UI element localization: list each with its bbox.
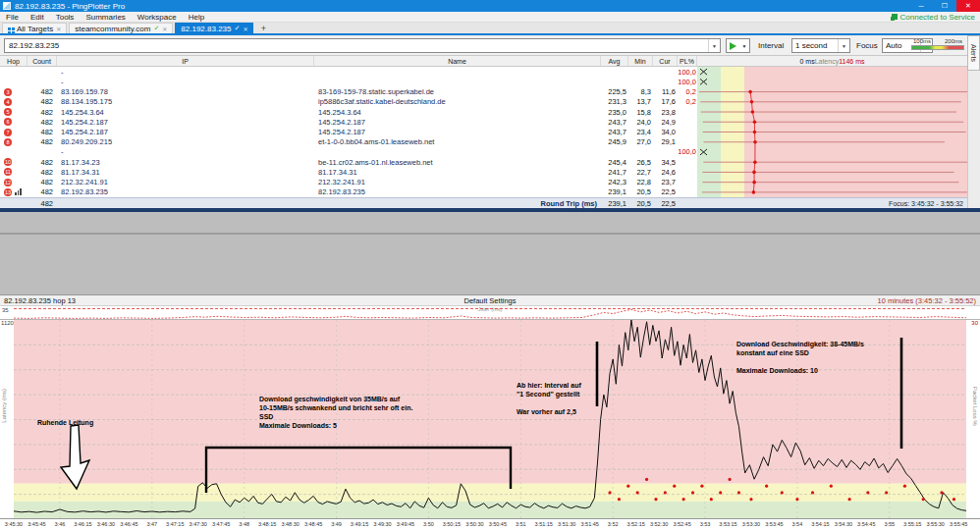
header-cur[interactable]: Cur <box>653 56 678 66</box>
close-button[interactable]: ✕ <box>956 0 980 12</box>
menu-file[interactable]: File <box>0 13 25 22</box>
hop-ip: 145.254.3.64 <box>57 108 314 117</box>
tab-check-icon: ✓ <box>235 25 241 32</box>
hop-ip: - <box>57 147 314 156</box>
alerts-rail: Alerts <box>967 35 980 208</box>
connection-status-label: Connected to Service <box>900 13 976 22</box>
time-tick: 3:50 <box>423 521 434 527</box>
hop-cell: 10 <box>0 157 27 167</box>
chevron-down-icon[interactable]: ▼ <box>838 39 849 52</box>
tab-all-targets[interactable]: All Targets✕ <box>2 23 67 33</box>
hop-ip: 88.134.195.175 <box>57 97 314 106</box>
header-name[interactable]: Name <box>314 56 601 66</box>
timegraph-plot[interactable] <box>14 320 966 519</box>
hop-min: 15,8 <box>628 108 653 117</box>
tab-label: All Targets <box>17 25 53 33</box>
hop-alert-badge: 11 <box>4 168 12 176</box>
time-tick: 3:49:30 <box>373 521 391 527</box>
hop-cell <box>0 77 27 86</box>
tab-close-icon[interactable]: ✕ <box>162 26 167 32</box>
header-hop[interactable]: Hop <box>0 56 27 66</box>
latency-timegraph[interactable]: 1120 Latency (ms) 30 Packet Loss % Ruhen… <box>0 319 980 518</box>
minimize-button[interactable]: ─ <box>909 0 933 12</box>
time-tick: 3:54:30 <box>835 521 852 527</box>
start-trace-dropdown[interactable]: ▼ <box>739 38 750 53</box>
hop-min: 22,8 <box>628 178 653 186</box>
menu-tools[interactable]: Tools <box>50 13 81 22</box>
header-pl[interactable]: PL% <box>678 56 697 66</box>
timegraph-target-label[interactable]: 82.192.83.235 hop 13 <box>0 296 76 305</box>
menu-help[interactable]: Help <box>183 13 210 22</box>
chevron-down-icon[interactable]: ▼ <box>708 39 720 52</box>
hop-avg: 242,3 <box>601 178 628 186</box>
menubar: FileEditToolsSummariesWorkspaceHelp Conn… <box>0 12 980 23</box>
header-ip[interactable]: IP <box>57 56 314 66</box>
hop-cur: 34,5 <box>653 158 678 167</box>
time-tick: 3:55:30 <box>927 521 945 527</box>
time-tick: 3:54 <box>792 521 803 527</box>
hop-min: 26,5 <box>628 158 653 167</box>
menu-summaries[interactable]: Summaries <box>80 13 131 22</box>
time-tick: 3:51:45 <box>581 521 599 527</box>
hop-name: ip5886c3af.static.kabel-deutschland.de <box>314 97 601 106</box>
legend-200ms: 200ms <box>945 38 962 44</box>
new-tab-button[interactable]: + <box>256 23 270 33</box>
tab-steamcommunity-com[interactable]: steamcommunity.com✓✕ <box>69 23 173 33</box>
time-tick: 3:54:45 <box>857 521 875 527</box>
latency-axis-label: Latency (ms) <box>1 389 7 423</box>
maximize-button[interactable]: ☐ <box>933 0 956 12</box>
hop-count: 482 <box>27 168 57 177</box>
hop-count: 482 <box>27 118 57 127</box>
hop-count: 482 <box>27 187 57 196</box>
hop-ip: 145.254.2.187 <box>57 118 314 127</box>
hop-cell <box>0 147 27 157</box>
interval-select[interactable]: 1 second ▼ <box>791 38 850 53</box>
target-input[interactable]: 82.192.83.235 ▼ <box>4 38 721 53</box>
timegraph-range-label[interactable]: 10 minutes (3:45:32 - 3:55:52) <box>878 296 980 305</box>
time-tick: 3:51 <box>516 521 526 527</box>
time-tick: 3:46:15 <box>74 521 91 527</box>
start-trace-button[interactable] <box>726 38 740 53</box>
tab-82-192-83-235[interactable]: 82.192.83.235✓✕ <box>175 23 253 33</box>
hop-cell: 7 <box>0 127 27 136</box>
hop-min: 22,7 <box>628 168 653 177</box>
header-min[interactable]: Min <box>628 56 653 66</box>
app-icon <box>3 2 11 10</box>
tab-close-icon[interactable]: ✕ <box>56 26 61 32</box>
toolbar: 82.192.83.235 ▼ ▼ Interval 1 second ▼ Fo… <box>0 35 967 56</box>
time-tick: 3:47 <box>146 521 157 527</box>
loss-scale-top: 30 <box>971 320 978 326</box>
menu-workspace[interactable]: Workspace <box>132 13 183 22</box>
hop-ip: 82.192.83.235 <box>57 187 314 196</box>
alerts-tab[interactable]: Alerts <box>967 35 980 71</box>
tab-close-icon[interactable]: ✕ <box>243 26 247 32</box>
time-tick: 3:48 <box>239 521 249 527</box>
hop-count: 482 <box>27 87 57 96</box>
time-tick: 3:47:45 <box>212 521 230 527</box>
hop-name: 83-169-159-78.static.superkabel.de <box>314 87 601 96</box>
hop-name: 145.254.2.187 <box>314 128 601 136</box>
header-count[interactable]: Count <box>27 56 57 66</box>
time-tick: 3:48:45 <box>304 521 322 527</box>
time-tick: 3:49:15 <box>351 521 368 527</box>
network-icon <box>892 14 898 20</box>
hop-avg: 241,7 <box>601 168 628 177</box>
latency-scale-top: 1120 <box>1 320 14 326</box>
hop-cur: 23,8 <box>653 108 678 117</box>
focus-label: Focus <box>856 41 878 50</box>
interval-label: Interval <box>758 41 784 50</box>
play-icon <box>730 42 736 50</box>
splitter-handle[interactable] <box>0 233 980 235</box>
connection-status: Connected to Service <box>892 13 980 22</box>
tab-check-icon: ✓ <box>153 25 159 32</box>
collapsed-region <box>0 212 980 294</box>
time-tick: 3:52:30 <box>650 521 668 527</box>
header-avg[interactable]: Avg <box>601 56 628 66</box>
time-tick: 3:50:30 <box>465 521 483 527</box>
hop-avg: 245,4 <box>601 158 628 167</box>
time-tick: 3:55 <box>884 521 895 527</box>
hop-cell: 6 <box>0 117 27 127</box>
menu-edit[interactable]: Edit <box>25 13 50 22</box>
settings-profile-label[interactable]: Default Settings <box>464 296 517 305</box>
legend-100ms: 100ms <box>913 38 931 44</box>
